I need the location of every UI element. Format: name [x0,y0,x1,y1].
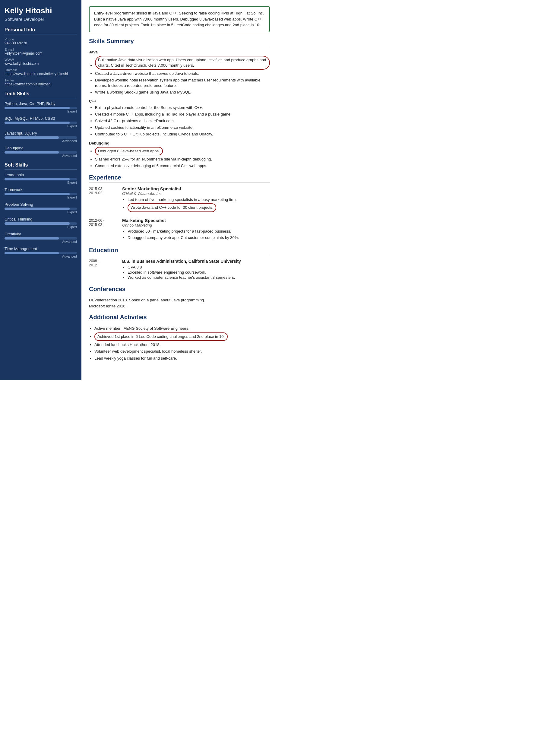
exp-title-1: Marketing Specialist [122,218,270,223]
edu-bullet-0: GPA 3.8 [127,265,270,269]
debugging-bullet-1: Slashed errors 25% for an eCommerce site… [95,157,270,162]
skill-time-management: Time Management Advanced [5,247,77,258]
cpp-heading: C++ [89,99,270,103]
act-bullet-4: Lead weekly yoga classes for fun and sel… [95,356,270,361]
java-bullet-1: Created a Java-driven website that serve… [95,71,270,76]
additional-bullets: Active member, IAENG Society of Software… [89,326,270,361]
debugging-bullet-0: Debugged 8 Java-based web apps. [95,147,270,155]
exp-bullets-0: Led team of five marketing specialists i… [122,197,270,212]
debugging-heading: Debugging [89,141,270,145]
email-value: kellyhitoshi@gmail.com [5,51,77,55]
skill-sql: SQL, MySQL, HTML5, CSS3 Expert [5,116,77,128]
cpp-bullet-1: Created 4 mobile C++ apps, including a T… [95,112,270,117]
exp-company-0: O'Neil & Watanabe Inc. [122,191,270,196]
skill-teamwork: Teamwork Expert [5,187,77,199]
cpp-bullet-3: Updated cookies functionality in an eCom… [95,125,270,130]
exp-item-0: 2015-03 -2019-02 Senior Marketing Specia… [89,186,270,213]
www-value: www.kellyhitoshi.com [5,62,77,66]
act-bullet-3: Volunteer web development specialist, lo… [95,349,270,354]
java-bullet-3: Wrote a working Sudoku game using Java a… [95,90,270,95]
act-bullet-1: Achieved 1st place in 6 LeetCode coding … [95,333,270,341]
debugging-highlight-0: Debugged 8 Java-based web apps. [95,147,163,155]
edu-bullet-2: Worked as computer science teacher's ass… [127,275,270,280]
exp-content-0: Senior Marketing Specialist O'Neil & Wat… [122,186,270,213]
skill-creativity: Creativity Advanced [5,232,77,244]
personal-info-heading: Personal Info [5,27,77,34]
exp-item-1: 2012-06 -2015-03 Marketing Specialist Or… [89,218,270,241]
exp-bullet-0-0: Led team of five marketing specialists i… [127,197,270,202]
cpp-category: C++ Built a physical remote control for … [89,99,270,137]
java-bullets: Built native Java data visualization web… [89,56,270,95]
phone-label: Phone [5,38,77,41]
tech-skills-section: Tech Skills Python, Java, C#, PHP, Ruby … [5,91,77,158]
conf-item-0: DEVintersection 2018. Spoke on a panel a… [89,298,270,302]
cpp-bullet-4: Contributed to 5 C++ GitHub projects, in… [95,131,270,137]
main-content: Entry-level programmer skilled in Java a… [81,0,277,380]
exp-company-1: Orinco Marketing [122,223,270,227]
summary-box: Entry-level programmer skilled in Java a… [89,6,270,32]
java-heading: Java [89,50,270,54]
candidate-title: Software Developer [5,16,77,22]
java-highlight-0: Built native Java data visualization web… [95,56,270,70]
edu-bullets-0: GPA 3.8 Excelled in software engineering… [122,265,270,280]
skill-critical-thinking: Critical Thinking Expert [5,217,77,229]
www-label: WWW [5,58,77,62]
skill-debugging: Debugging Advanced [5,146,77,158]
tech-skills-heading: Tech Skills [5,91,77,98]
java-bullet-0: Built native Java data visualization web… [95,56,270,70]
debugging-bullets: Debugged 8 Java-based web apps. Slashed … [89,147,270,169]
candidate-name: Kelly Hitoshi [5,6,77,15]
exp-date-0: 2015-03 -2019-02 [89,187,116,213]
act-highlight-1: Achieved 1st place in 6 LeetCode coding … [95,333,228,341]
cpp-bullets: Built a physical remote control for the … [89,105,270,137]
skill-python: Python, Java, C#, PHP, Ruby Expert [5,102,77,113]
exp-date-1: 2012-06 -2015-03 [89,218,116,241]
linkedin-label: LinkedIn [5,68,77,72]
edu-content-0: B.S. in Business Administration, Califor… [122,259,270,280]
twitter-value: https://twitter.com/kellyhitoshi [5,82,77,86]
twitter-label: Twitter [5,78,77,82]
skill-leadership: Leadership Expert [5,173,77,184]
cpp-bullet-0: Built a physical remote control for the … [95,105,270,110]
linkedin-value: https://www.linkedin.com/in/kelly-hitosh… [5,72,77,76]
act-bullet-2: Attended lunchacks Hackathon, 2018. [95,342,270,348]
exp-title-0: Senior Marketing Specialist [122,186,270,191]
additional-heading: Additional Activities [89,314,270,322]
cpp-bullet-2: Solved 42 C++ problems at HackerRank.com… [95,118,270,124]
java-bullet-2: Developed working hotel reservation syst… [95,77,270,88]
edu-degree-0: B.S. in Business Administration, Califor… [122,259,270,264]
java-category: Java Built native Java data visualizatio… [89,50,270,95]
debugging-bullet-2: Conducted extensive debugging of 6 comme… [95,163,270,169]
email-label: E-mail [5,48,77,51]
exp-content-1: Marketing Specialist Orinco Marketing Pr… [122,218,270,241]
act-bullet-0: Active member, IAENG Society of Software… [95,326,270,331]
experience-heading: Experience [89,174,270,183]
phone-value: 949-300-9278 [5,41,77,45]
soft-skills-section: Soft Skills Leadership Expert Teamwork E… [5,162,77,258]
personal-info-section: Personal Info Phone 949-300-9278 E-mail … [5,27,77,86]
soft-skills-heading: Soft Skills [5,162,77,169]
edu-item-0: 2008 -2012 B.S. in Business Administrati… [89,259,270,280]
debugging-category: Debugging Debugged 8 Java-based web apps… [89,141,270,169]
skill-javascript: Javascript, JQuery Advanced [5,131,77,143]
edu-bullet-1: Excelled in software engineering coursew… [127,270,270,275]
sidebar: Kelly Hitoshi Software Developer Persona… [0,0,81,380]
exp-bullet-1-0: Produced 60+ marketing projects for a fa… [127,229,270,234]
conferences-heading: Conferences [89,286,270,294]
skills-summary-heading: Skills Summary [89,38,270,46]
exp-bullet-1-1: Debugged company web app. Cut customer c… [127,235,270,241]
education-heading: Education [89,247,270,255]
exp-highlight-0-1: Wrote Java and C++ code for 30 client pr… [127,203,216,212]
resume-page: Kelly Hitoshi Software Developer Persona… [0,0,277,380]
skill-problem-solving: Problem Solving Expert [5,202,77,214]
conf-item-1: Microsoft Ignite 2016. [89,304,270,308]
edu-date-0: 2008 -2012 [89,259,116,280]
exp-bullet-0-1: Wrote Java and C++ code for 30 client pr… [127,203,270,212]
summary-text: Entry-level programmer skilled in Java a… [94,11,264,27]
exp-bullets-1: Produced 60+ marketing projects for a fa… [122,229,270,241]
